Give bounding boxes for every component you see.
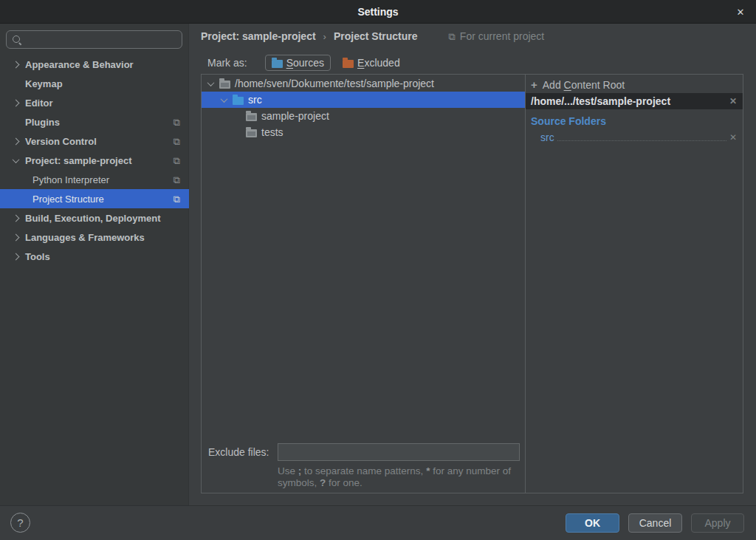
scope-indicator: For current project [449,30,545,42]
mark-as-label: Mark as: [207,57,247,69]
breadcrumb: Project: sample-project › Project Struct… [201,28,544,44]
chevron-right-icon [12,214,19,222]
remove-content-root-icon[interactable] [729,96,737,106]
source-folder-name: src [540,131,554,143]
chevron-right-icon [12,99,19,106]
folder-icon [246,113,257,121]
breadcrumb-separator-icon: › [323,31,326,42]
sidebar-item-python-interpreter[interactable]: Python Interpreter [0,170,189,189]
tree-row-src[interactable]: src [202,92,525,108]
scope-label: For current project [460,30,544,42]
sidebar-item-appearance-behavior[interactable]: Appearance & Behavior [0,55,189,74]
project-structure-panel: /home/sven/Dokumente/test/sample-project… [201,74,743,493]
breadcrumb-project[interactable]: Project: sample-project [201,30,316,42]
tree-row-label: tests [261,126,284,138]
remove-source-folder-icon[interactable] [729,132,737,143]
sidebar-item-label: Project: sample-project [25,155,132,166]
sidebar-item-plugins[interactable]: Plugins [0,112,189,131]
chevron-down-icon [207,79,214,86]
tree-row-sample-project[interactable]: sample-project [202,108,525,124]
settings-search-box[interactable] [6,30,182,49]
sidebar-item-label: Languages & Frameworks [25,232,145,243]
add-content-root-button[interactable]: Add Content Root [526,76,743,93]
chevron-down-icon [220,95,227,103]
per-project-settings-icon [173,194,180,204]
chevron-right-icon [12,233,19,241]
per-project-settings-icon [173,175,180,185]
sidebar-item-project-structure[interactable]: Project Structure [0,189,189,208]
per-project-settings-icon [173,156,180,165]
sidebar-item-label: Keymap [25,78,63,89]
search-input[interactable] [27,34,167,45]
sidebar-item-languages-frameworks[interactable]: Languages & Frameworks [0,228,189,247]
breadcrumb-page: Project Structure [334,30,418,42]
chevron-right-icon [12,137,19,145]
ok-button[interactable]: OK [566,513,619,533]
dialog-footer: ? OK Cancel Apply [0,505,756,540]
sidebar-item-label: Appearance & Behavior [25,59,134,70]
folder-icon [219,81,230,89]
exclude-files-label: Exclude files: [208,446,269,458]
source-folders-header: Source Folders [531,115,743,127]
close-icon [737,7,745,18]
plus-icon [531,79,537,90]
content-root-path-row[interactable]: /home/.../test/sample-project [526,93,743,109]
mark-as-toolbar: Mark as: Sources Excluded [207,53,406,72]
sidebar-item-label: Plugins [25,117,60,128]
sidebar-item-tools[interactable]: Tools [0,247,189,266]
help-button[interactable]: ? [10,513,30,533]
tree-row-tests[interactable]: tests [202,124,525,140]
per-project-settings-icon [173,137,180,146]
chevron-right-icon [12,253,19,260]
title-bar: Settings [0,0,756,24]
sidebar-item-version-control[interactable]: Version Control [0,131,189,151]
exclude-files-input[interactable] [278,443,520,461]
sidebar-item-editor[interactable]: Editor [0,93,189,112]
sidebar-item-build-execution-deployment[interactable]: Build, Execution, Deployment [0,208,189,228]
sidebar-item-label: Build, Execution, Deployment [25,213,160,224]
sidebar-item-project-sample-project[interactable]: Project: sample-project [0,151,189,170]
content-root-path: /home/.../test/sample-project [531,95,670,107]
sidebar-item-label: Python Interpreter [32,174,109,185]
settings-sidebar: Appearance & Behavior Keymap Editor Plug… [0,24,189,505]
dialog-title: Settings [357,6,398,18]
window-close-button[interactable] [732,0,749,24]
tree-row-label: sample-project [261,110,329,122]
source-folder-icon [233,97,244,105]
source-folder-icon [272,60,283,68]
mark-as-sources-button[interactable]: Sources [265,55,331,71]
tree-row-label: /home/sven/Dokumente/test/sample-project [235,78,434,89]
chevron-down-icon [12,156,19,163]
content-roots-pane: Add Content Root /home/.../test/sample-p… [525,75,743,493]
cancel-button[interactable]: Cancel [628,513,682,533]
per-project-settings-icon [449,32,456,41]
exclude-files-hint: Use ; to separate name patterns, * for a… [278,465,523,489]
sidebar-item-label: Version Control [25,136,97,147]
sidebar-item-label: Project Structure [32,194,104,205]
folder-icon [246,129,257,137]
search-icon [12,35,22,45]
dotted-leader [557,131,726,141]
sidebar-item-list: Appearance & Behavior Keymap Editor Plug… [0,55,189,266]
chevron-right-icon [12,61,19,68]
settings-dialog: Settings Appearance & Behavior Keymap Ed… [0,0,756,540]
apply-button[interactable]: Apply [691,513,744,533]
excluded-folder-icon [343,60,354,68]
mark-as-excluded-button[interactable]: Excluded [337,55,406,70]
per-project-settings-icon [173,117,180,127]
source-folder-entry[interactable]: src [540,131,737,143]
sidebar-item-label: Editor [25,98,53,109]
sidebar-item-label: Tools [25,251,50,262]
tree-row-label: src [248,94,262,106]
sidebar-item-keymap[interactable]: Keymap [0,74,189,93]
content-root-tree: /home/sven/Dokumente/test/sample-project… [202,75,525,493]
tree-row-content-root[interactable]: /home/sven/Dokumente/test/sample-project [202,75,525,92]
